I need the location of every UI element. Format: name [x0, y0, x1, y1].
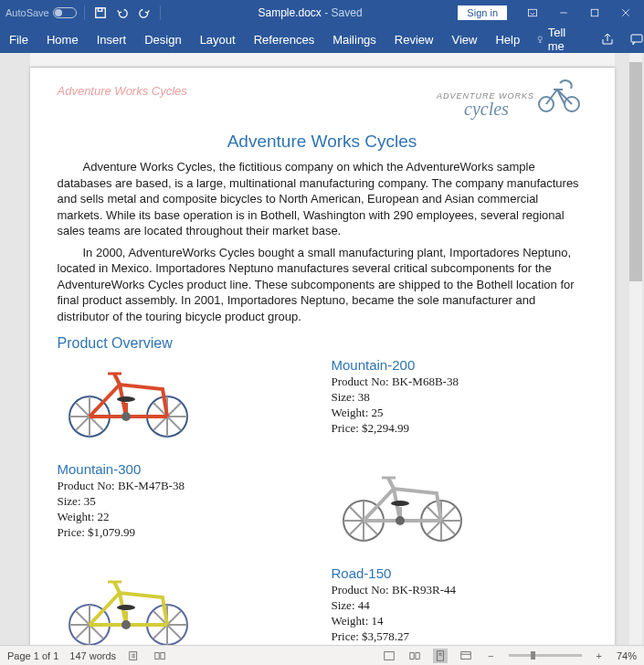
product-info-1: Mountain-300 Product No: BK-M47B-38 Size…: [58, 461, 313, 544]
undo-icon[interactable]: [114, 5, 131, 21]
svg-rect-64: [438, 650, 444, 660]
product-image-0: [58, 357, 313, 439]
logo-image: ADVENTURE WORKS cycles: [437, 79, 587, 122]
svg-point-29: [121, 412, 131, 421]
spellcheck-icon[interactable]: [127, 649, 142, 663]
product-no: Product No: BK-M47B-38: [58, 479, 313, 494]
svg-rect-61: [155, 652, 159, 659]
svg-rect-0: [95, 8, 105, 18]
svg-point-43: [391, 501, 409, 506]
tab-design[interactable]: Design: [143, 29, 183, 50]
redo-icon[interactable]: [136, 5, 153, 21]
product-size: Size: 35: [58, 494, 313, 510]
product-info-2: Road-150 Product No: BK-R93R-44 Size: 44…: [332, 565, 587, 645]
svg-point-58: [117, 605, 135, 610]
svg-rect-10: [631, 35, 642, 42]
filename-text: Sample.docx: [258, 6, 321, 19]
ribbon: File Home Insert Design Layout Reference…: [0, 26, 644, 53]
divider: [84, 5, 85, 20]
product-weight: Weight: 14: [332, 614, 587, 629]
autosave-toggle[interactable]: AutoSave: [5, 7, 77, 18]
svg-rect-1: [98, 8, 101, 12]
autosave-label: AutoSave: [5, 7, 49, 18]
web-layout-icon[interactable]: [459, 649, 473, 663]
svg-rect-63: [385, 651, 395, 660]
page[interactable]: Adventure Works Cycles ADVENTURE WORKS c…: [30, 68, 615, 645]
product-name: Mountain-300: [58, 461, 313, 477]
window-title: Sample.docx - Saved: [168, 6, 453, 19]
tab-mailings[interactable]: Mailings: [331, 29, 378, 50]
accessibility-icon[interactable]: [153, 649, 167, 663]
titlebar: AutoSave Sample.docx - Saved Sign in: [0, 0, 644, 26]
print-layout-icon[interactable]: [433, 649, 448, 663]
document-area[interactable]: Adventure Works Cycles ADVENTURE WORKS c…: [0, 53, 644, 645]
tab-file[interactable]: File: [7, 29, 30, 50]
ribbon-options-icon[interactable]: [520, 3, 545, 23]
document-title: Adventure Works Cycles: [58, 132, 587, 152]
svg-point-7: [538, 37, 542, 40]
product-no: Product No: BK-R93R-44: [332, 583, 587, 598]
svg-text:cycles: cycles: [464, 99, 509, 120]
tell-me-label: Tell me: [548, 26, 571, 53]
header-text: Adventure Works Cycles: [58, 79, 187, 98]
product-grid: Mountain-200 Product No: BK-M68B-38 Size…: [58, 357, 587, 645]
product-info-0: Mountain-200 Product No: BK-M68B-38 Size…: [332, 357, 587, 439]
saved-status: - Saved: [324, 6, 362, 19]
tab-layout[interactable]: Layout: [198, 29, 238, 50]
zoom-in-button[interactable]: +: [593, 650, 606, 661]
share-icon[interactable]: [600, 30, 615, 48]
maximize-icon[interactable]: [582, 3, 607, 23]
svg-point-44: [396, 516, 405, 525]
sign-in-button[interactable]: Sign in: [458, 5, 507, 20]
product-weight: Weight: 22: [58, 510, 313, 525]
zoom-out-button[interactable]: −: [484, 650, 497, 661]
section-heading: Product Overview: [58, 335, 587, 352]
product-price: Price: $2,294.99: [332, 421, 587, 437]
product-no: Product No: BK-M68B-38: [332, 375, 587, 390]
zoom-level[interactable]: 74%: [617, 650, 637, 661]
product-weight: Weight: 25: [332, 406, 587, 421]
svg-line-55: [114, 582, 120, 593]
svg-point-28: [117, 396, 135, 402]
product-size: Size: 44: [332, 598, 587, 614]
focus-mode-icon[interactable]: [382, 649, 396, 663]
tab-review[interactable]: Review: [393, 29, 436, 50]
tab-home[interactable]: Home: [45, 29, 80, 50]
tab-help[interactable]: Help: [493, 29, 522, 50]
close-icon[interactable]: [613, 3, 639, 23]
scrollbar-thumb[interactable]: [629, 62, 642, 281]
read-mode-icon[interactable]: [407, 649, 422, 663]
product-price: Price: $3,578.27: [332, 629, 587, 645]
svg-point-59: [121, 620, 131, 629]
toggle-icon: [53, 7, 77, 18]
page-header: Adventure Works Cycles ADVENTURE WORKS c…: [58, 79, 587, 124]
statusbar: Page 1 of 1 147 words − + 74%: [0, 645, 644, 665]
minimize-icon[interactable]: [551, 3, 576, 23]
page-indicator[interactable]: Page 1 of 1: [7, 650, 58, 661]
divider: [160, 5, 161, 20]
product-name: Mountain-200: [332, 357, 587, 373]
tell-me-button[interactable]: Tell me: [536, 26, 571, 53]
svg-line-40: [388, 478, 394, 489]
vertical-scrollbar[interactable]: [629, 53, 642, 645]
product-image-1: [332, 461, 587, 544]
svg-line-25: [114, 374, 120, 385]
tab-view[interactable]: View: [449, 29, 479, 50]
zoom-slider[interactable]: [509, 654, 582, 657]
word-count[interactable]: 147 words: [69, 650, 116, 661]
save-icon[interactable]: [92, 5, 109, 21]
product-price: Price: $1,079.99: [58, 525, 313, 541]
paragraph-1: Adventure Works Cycles, the fictitious c…: [58, 159, 587, 239]
product-name: Road-150: [332, 565, 587, 581]
svg-rect-67: [461, 651, 471, 659]
tab-references[interactable]: References: [252, 29, 316, 50]
product-image-2: [58, 565, 313, 645]
svg-rect-4: [591, 9, 598, 16]
product-size: Size: 38: [332, 390, 587, 406]
comments-icon[interactable]: [629, 30, 644, 48]
ruler[interactable]: [30, 53, 615, 68]
svg-rect-62: [161, 652, 164, 659]
paragraph-2: In 2000, AdventureWorks Cycles bought a …: [58, 245, 587, 325]
tab-insert[interactable]: Insert: [95, 29, 129, 50]
